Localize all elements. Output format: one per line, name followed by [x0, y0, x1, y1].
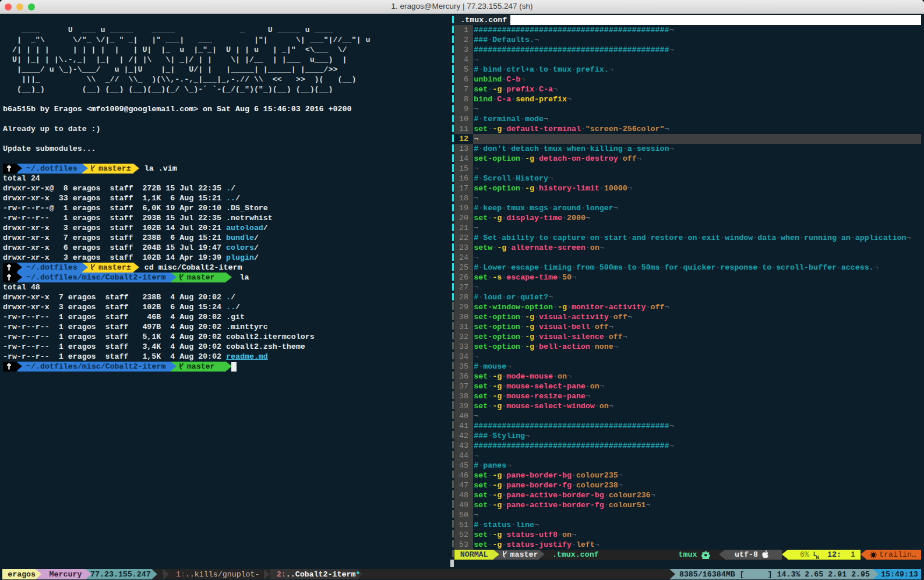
svg-text:N: N — [816, 554, 819, 558]
